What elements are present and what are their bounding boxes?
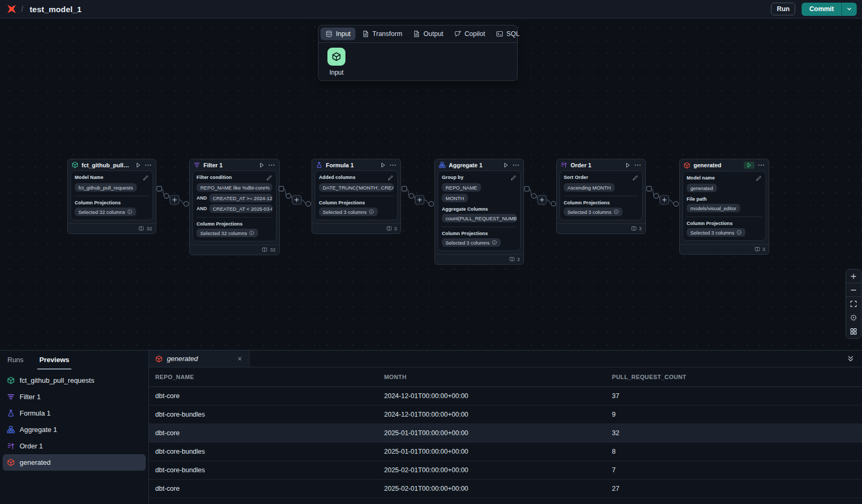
cell-month: 2024-12-01T00:00:00+00:00 [384, 411, 612, 418]
node-run-button[interactable] [135, 162, 141, 168]
palette-item-input[interactable]: Input [326, 48, 347, 76]
palette-tab-input[interactable]: Input [321, 28, 356, 40]
edit-icon[interactable] [266, 175, 272, 181]
node-menu-button[interactable]: ⋯ [389, 163, 397, 168]
palette-tab-output[interactable]: Output [407, 25, 449, 42]
cell-repo-name: dbt-core [155, 392, 384, 400]
sidebar-item-formula-1[interactable]: Formula 1 [3, 405, 146, 421]
canvas-node-filter-1[interactable]: Filter 1 ⋯ Filter condition REPO_NAME li… [189, 159, 280, 255]
node-run-button[interactable] [744, 161, 754, 169]
page-title: test_model_1 [30, 5, 82, 14]
table-row[interactable]: dbt-core-bundles 2025-02-01T00:00:00+00:… [149, 461, 862, 480]
sort-order-chip: Ascending MONTH [564, 183, 615, 192]
flask-icon [7, 409, 15, 417]
node-menu-button[interactable]: ⋯ [512, 163, 520, 168]
node-run-button[interactable] [503, 162, 509, 168]
cell-repo-name: dbt-core-bundles [155, 448, 384, 455]
sidebar-item-label: Filter 1 [20, 393, 41, 401]
topbar: / test_model_1 Run Commit [0, 0, 862, 19]
sql-icon [496, 30, 503, 38]
section-label: Column Projections [442, 231, 488, 236]
edit-icon[interactable] [387, 175, 394, 181]
cell-repo-name: dbt-core [155, 429, 384, 437]
add-node-button[interactable] [415, 195, 424, 204]
node-menu-button[interactable]: ⋯ [145, 163, 152, 168]
table-row[interactable]: dbt-core 2024-12-01T00:00:00+00:00 37 [149, 387, 862, 406]
cube-icon [683, 162, 690, 169]
sidebar-item-aggregate-1[interactable]: Aggregate 1 [3, 421, 146, 438]
node-title: Formula 1 [326, 162, 377, 168]
canvas-node-fct-github-pull-requests[interactable]: fct_github_pull_requests ⋯ Model Name fc… [67, 159, 156, 234]
zoom-out-button[interactable] [846, 283, 861, 297]
add-node-button[interactable] [170, 195, 179, 204]
sidebar-item-label: Formula 1 [20, 409, 51, 417]
sidebar-item-generated[interactable]: generated [3, 454, 146, 471]
node-title: generated [694, 162, 741, 168]
zoom-in-button[interactable] [846, 269, 861, 283]
canvas-node-aggregate-1[interactable]: Aggregate 1 ⋯ Group by REPO_NAME MONTH A… [434, 159, 524, 265]
fit-view-button[interactable] [846, 297, 861, 311]
table-icon [386, 226, 392, 231]
edit-icon[interactable] [756, 175, 762, 182]
node-menu-button[interactable]: ⋯ [758, 163, 765, 168]
sidebar-item-filter-1[interactable]: Filter 1 [3, 389, 146, 405]
canvas-node-generated[interactable]: generated ⋯ Model name generated File pa… [679, 159, 769, 255]
table-icon [509, 256, 515, 262]
edit-icon[interactable] [510, 175, 517, 181]
close-tab-button[interactable] [237, 356, 243, 362]
sitemap-icon [7, 426, 15, 434]
sidebar-item-fct-github-pull-requests[interactable]: fct_github_pull_requests [3, 372, 146, 389]
section-label: Sort Order [564, 175, 588, 180]
dbt-logo-icon[interactable] [6, 4, 17, 14]
node-card: Filter condition REPO_NAME like %dbt-cor… [192, 170, 277, 241]
cube-icon [155, 355, 163, 363]
node-menu-button[interactable]: ⋯ [268, 163, 276, 168]
preview-tab-generated[interactable]: generated [149, 350, 250, 367]
table-row[interactable]: dbt-core-bundles 2025-01-01T00:00:00+00:… [149, 443, 862, 461]
column-projection-chip: Selected 3 columns [319, 208, 378, 216]
collapse-panel-button[interactable] [847, 355, 855, 365]
edit-icon[interactable] [632, 175, 638, 181]
node-card: Sort Order Ascending MONTH Column Projec… [559, 170, 643, 220]
locate-button[interactable] [846, 311, 861, 325]
add-node-button[interactable] [660, 195, 669, 204]
palette-tab-label: SQL [506, 30, 520, 38]
flow-canvas[interactable]: Input Transform Output Copilot SQL Input… [0, 19, 862, 350]
locate-icon [850, 314, 857, 321]
canvas-node-formula-1[interactable]: Formula 1 ⋯ Added columns DATE_TRUNC('MO… [312, 159, 401, 234]
node-menu-button[interactable]: ⋯ [634, 163, 642, 168]
tab-runs[interactable]: Runs [7, 356, 23, 370]
table-row[interactable]: dbt-core-bundles 2024-12-01T00:00:00+00:… [149, 406, 862, 424]
section-label: Filter condition [197, 175, 232, 180]
cube-icon [7, 376, 15, 384]
play-icon [135, 162, 141, 168]
add-node-button[interactable] [292, 195, 301, 204]
info-icon [614, 209, 619, 214]
layout-grid-button[interactable] [846, 325, 861, 338]
table-row-highlighted[interactable]: dbt-core 2025-01-01T00:00:00+00:00 32 [149, 424, 862, 443]
node-run-button[interactable] [380, 162, 386, 168]
section-label: Model Name [75, 175, 103, 180]
palette-tab-sql[interactable]: SQL [491, 25, 525, 42]
canvas-controls [846, 269, 861, 339]
commit-button-group: Commit [802, 3, 857, 16]
node-run-button[interactable] [625, 162, 631, 168]
preview-table: REPO_NAME MONTH PULL_REQUEST_COUNT dbt-c… [149, 367, 862, 504]
commit-dropdown-button[interactable] [841, 3, 857, 16]
edit-icon[interactable] [143, 175, 149, 181]
sidebar-item-label: Aggregate 1 [20, 426, 57, 434]
commit-button[interactable]: Commit [802, 3, 841, 16]
canvas-node-order-1[interactable]: Order 1 ⋯ Sort Order Ascending MONTH Col… [556, 159, 646, 234]
palette-tab-copilot[interactable]: Copilot [449, 25, 491, 42]
cell-pull-request-count: 37 [612, 392, 862, 400]
tab-previews[interactable]: Previews [39, 356, 69, 370]
sidebar-item-order-1[interactable]: Order 1 [3, 438, 146, 454]
document-icon [413, 30, 420, 38]
cell-repo-name: dbt-core-bundles [155, 466, 384, 474]
input-node-button[interactable] [327, 48, 345, 66]
node-run-button[interactable] [259, 162, 265, 168]
table-row[interactable]: dbt-core 2025-02-01T00:00:00+00:00 27 [149, 480, 862, 498]
run-button[interactable]: Run [771, 3, 795, 15]
palette-tab-transform[interactable]: Transform [357, 25, 408, 42]
add-node-button[interactable] [538, 195, 547, 204]
